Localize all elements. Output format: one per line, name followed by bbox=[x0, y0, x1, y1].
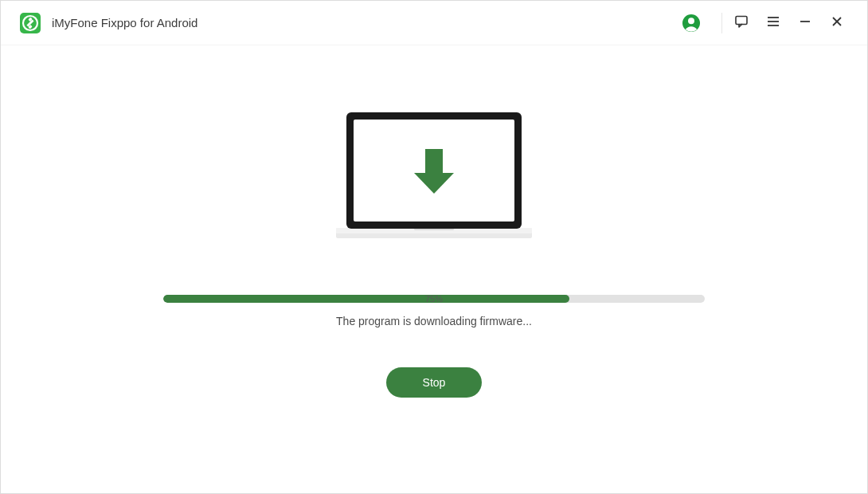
titlebar: iMyFone Fixppo for Android bbox=[1, 1, 867, 45]
content-area: 75% The program is downloading firmware.… bbox=[1, 45, 867, 493]
close-icon bbox=[831, 16, 843, 29]
minimize-button[interactable] bbox=[789, 7, 821, 39]
app-window: iMyFone Fixppo for Android bbox=[0, 0, 868, 494]
feedback-icon bbox=[734, 14, 749, 31]
feedback-button[interactable] bbox=[725, 7, 757, 39]
stop-button[interactable]: Stop bbox=[386, 367, 482, 398]
titlebar-right bbox=[682, 7, 853, 39]
hamburger-icon bbox=[767, 15, 780, 30]
minimize-icon bbox=[800, 16, 811, 29]
titlebar-divider bbox=[721, 13, 722, 33]
progress-percent-label: 75% bbox=[425, 294, 443, 304]
status-text: The program is downloading firmware... bbox=[336, 315, 532, 327]
laptop-download-illustration bbox=[334, 111, 534, 245]
close-button[interactable] bbox=[821, 7, 853, 39]
titlebar-left: iMyFone Fixppo for Android bbox=[20, 13, 197, 33]
svg-point-6 bbox=[688, 18, 694, 24]
menu-button[interactable] bbox=[757, 7, 789, 39]
progress-fill bbox=[163, 295, 569, 303]
svg-rect-19 bbox=[425, 149, 443, 174]
progress-area: 75% The program is downloading firmware.… bbox=[163, 295, 705, 398]
svg-rect-7 bbox=[736, 17, 747, 25]
app-title: iMyFone Fixppo for Android bbox=[52, 16, 197, 29]
app-logo-icon bbox=[20, 13, 41, 33]
account-icon[interactable] bbox=[682, 14, 701, 33]
